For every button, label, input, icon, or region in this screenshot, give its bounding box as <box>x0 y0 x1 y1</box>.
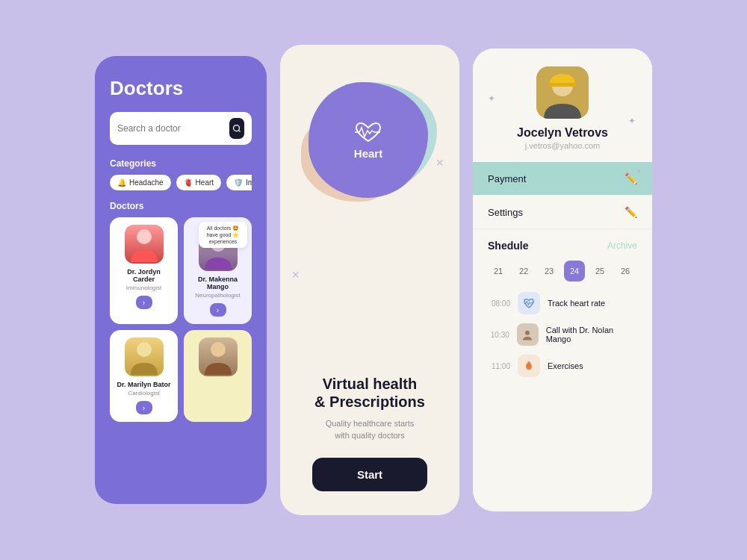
tooltip-bubble: All doctors 🤩 have good ⭐ experiences <box>199 222 247 248</box>
svg-line-1 <box>238 130 240 131</box>
doctor-arrow-2[interactable]: › <box>210 303 226 317</box>
category-im[interactable]: 🛡️ Im <box>226 175 252 190</box>
profile-avatar <box>536 66 589 119</box>
appt-label-2: Call with Dr. Nolan Mango <box>546 326 637 343</box>
svg-point-0 <box>234 125 240 131</box>
screen2-subtitle: Quality healthcare startswith quality do… <box>326 418 415 441</box>
payment-edit-icon: ✏️ <box>624 172 637 184</box>
appointment-1: 08:00 Track heart rate <box>488 292 637 314</box>
appointment-2: 10:30 Call with Dr. Nolan Mango <box>488 323 637 346</box>
appt-icon-3 <box>518 355 540 377</box>
profile-screen: ✦ ✦ ✦ Jocelyn Vetrovs j.vetros@yahoo.com… <box>473 49 652 511</box>
screen2-content: Virtual health& Prescriptions Quality he… <box>291 299 448 515</box>
menu-payment[interactable]: Payment ✏️ <box>473 162 652 196</box>
headache-icon: 🔔 <box>117 178 126 187</box>
heart-visual-area: Heart <box>280 45 459 299</box>
doctor-specialty-2: Neuropathologist <box>195 292 240 299</box>
appt-label-1: Track heart rate <box>548 299 605 308</box>
categories-row: 🔔 Headache 🫀 Heart 🛡️ Im <box>110 175 252 190</box>
category-heart[interactable]: 🫀 Heart <box>176 175 221 190</box>
doctors-screen: Doctors Categories 🔔 Headache 🫀 Heart 🛡️… <box>95 56 267 504</box>
doctor-card-1: Dr. Jordyn Carder Immunologist › <box>110 217 178 324</box>
search-input[interactable] <box>117 123 229 134</box>
doctors-grid: Dr. Jordyn Carder Immunologist › All doc… <box>110 217 252 422</box>
doctor-specialty-3: Cardiologist <box>128 390 159 396</box>
heart-icon: 🫀 <box>184 178 193 187</box>
date-22[interactable]: 22 <box>513 261 534 281</box>
start-button[interactable]: Start <box>312 458 427 491</box>
appt-icon-1 <box>518 292 540 314</box>
category-headache[interactable]: 🔔 Headache <box>110 175 171 190</box>
schedule-title: Shedule <box>488 240 528 252</box>
doctor-specialty-1: Immunologist <box>126 284 162 291</box>
doctor-card-2: All doctors 🤩 have good ⭐ experiences Dr… <box>184 217 252 324</box>
doctor-arrow-3[interactable]: › <box>136 401 152 414</box>
health-screen: ✕ ✕ Heart Virtual health& Prescriptions … <box>280 45 459 515</box>
doctor-card-4 <box>184 330 252 422</box>
doctor-card-3: Dr. Marilyn Bator Cardiologist › <box>110 330 178 422</box>
headache-label: Headache <box>129 178 164 187</box>
svg-rect-8 <box>548 83 577 87</box>
search-button[interactable] <box>229 118 244 139</box>
deco-star-1: ✦ <box>488 93 495 104</box>
heart-rate-icon <box>353 120 383 144</box>
date-26[interactable]: 26 <box>615 261 636 281</box>
menu-settings[interactable]: Settings ✏️ <box>473 196 652 229</box>
profile-name: Jocelyn Vetrovs <box>517 126 608 140</box>
date-24[interactable]: 24 <box>564 261 585 281</box>
doctor-avatar-4 <box>199 337 238 376</box>
shield-icon: 🛡️ <box>234 178 243 187</box>
doctors-label: Doctors <box>110 201 252 211</box>
schedule-header: Shedule Archive <box>488 240 637 252</box>
categories-label: Categories <box>110 158 252 169</box>
svg-point-5 <box>211 342 226 357</box>
profile-email: j.vetros@yahoo.com <box>525 141 600 150</box>
svg-point-9 <box>525 331 530 335</box>
appt-time-2: 10:30 <box>488 331 509 339</box>
screen2-title: Virtual health& Prescriptions <box>314 375 425 411</box>
screen1-title: Doctors <box>110 77 252 100</box>
payment-label: Payment <box>488 173 526 184</box>
date-21[interactable]: 21 <box>488 261 509 281</box>
profile-header: Jocelyn Vetrovs j.vetros@yahoo.com <box>473 49 652 162</box>
doctor-name-3: Dr. Marilyn Bator <box>117 381 170 388</box>
settings-label: Settings <box>488 207 523 218</box>
date-23[interactable]: 23 <box>539 261 560 281</box>
search-bar <box>110 112 252 145</box>
heart-screen-label: Heart <box>354 147 382 160</box>
appointment-3: 11:00 Exercises <box>488 355 637 377</box>
screens-container: Doctors Categories 🔔 Headache 🫀 Heart 🛡️… <box>72 22 675 538</box>
date-row: 21 22 23 24 25 26 <box>488 261 637 281</box>
doctor-avatar-3 <box>125 337 164 376</box>
appt-time-1: 08:00 <box>488 299 510 308</box>
doctor-name-1: Dr. Jordyn Carder <box>116 268 172 283</box>
appt-icon-2 <box>517 323 539 346</box>
settings-edit-icon: ✏️ <box>624 206 637 218</box>
deco-star-3: ✦ <box>636 168 642 175</box>
deco-star-2: ✦ <box>628 116 636 126</box>
archive-link[interactable]: Archive <box>607 240 637 251</box>
heart-label: Heart <box>196 178 214 187</box>
date-25[interactable]: 25 <box>589 261 610 281</box>
im-label: Im <box>246 178 252 187</box>
blob-purple: Heart <box>309 82 428 198</box>
svg-point-4 <box>137 342 152 357</box>
svg-point-2 <box>137 229 152 244</box>
doctor-arrow-1[interactable]: › <box>136 296 152 309</box>
doctor-avatar-1 <box>125 225 164 264</box>
appt-time-3: 11:00 <box>488 362 510 370</box>
doctor-name-2: Dr. Makenna Mango <box>190 276 246 290</box>
appt-label-3: Exercises <box>548 361 583 370</box>
schedule-section: Shedule Archive 21 22 23 24 25 26 08:00 <box>473 229 652 396</box>
